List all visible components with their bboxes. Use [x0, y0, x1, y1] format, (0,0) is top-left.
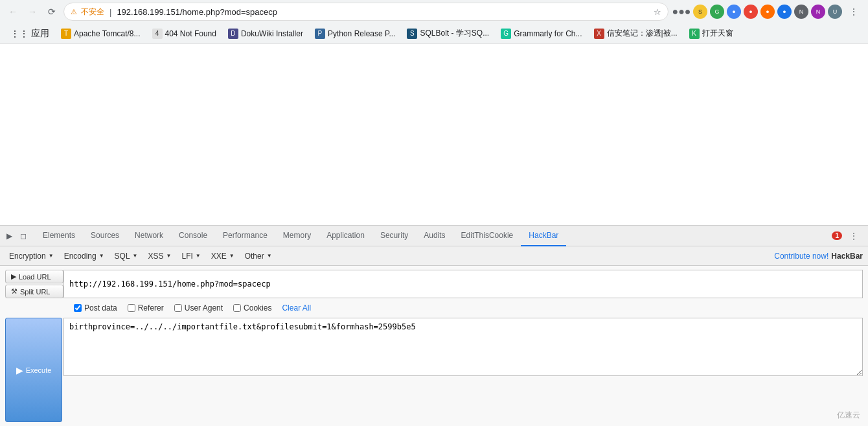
tab-network[interactable]: Network: [127, 226, 171, 246]
extension-icon-2[interactable]: G: [710, 5, 724, 19]
sql-arrow-icon: ▼: [133, 253, 138, 259]
split-url-button[interactable]: ⚒ Split URL: [5, 285, 63, 298]
bookmark-python[interactable]: P Python Release P...: [310, 26, 401, 41]
contribute-link[interactable]: Contribute now!: [774, 252, 828, 261]
bookmark-label-python: Python Release P...: [328, 29, 396, 38]
nav-bar: ← → ⟳ ⚠ 不安全 | 192.168.199.151/home.php?m…: [0, 0, 868, 23]
user-profile-icon[interactable]: U: [828, 5, 842, 19]
tab-audits[interactable]: Audits: [416, 226, 453, 246]
bookmark-xian[interactable]: X 信安笔记：渗透|被...: [589, 25, 683, 41]
bookmark-label-404: 404 Not Found: [165, 29, 216, 38]
cookies-checkbox-label[interactable]: Cookies: [233, 303, 271, 313]
bookmark-404[interactable]: 4 404 Not Found: [147, 26, 222, 41]
tab-performance[interactable]: Performance: [215, 226, 275, 246]
xss-menu[interactable]: XSS ▼: [144, 250, 176, 262]
user-agent-checkbox-label[interactable]: User Agent: [174, 303, 223, 313]
sql-label: SQL: [115, 252, 130, 261]
referer-label: Referer: [138, 303, 164, 313]
favicon-tomcat: T: [61, 29, 71, 39]
extension-icon-6[interactable]: ●: [777, 5, 792, 19]
referer-checkbox[interactable]: [128, 304, 135, 312]
hackbar-action-buttons: ▶ Load URL ⚒ Split URL: [5, 270, 63, 298]
favicon-404: 4: [152, 29, 163, 39]
nav-icons: ●●● S G ● ● ● ● N N U ⋮: [672, 3, 863, 21]
load-url-button[interactable]: ▶ Load URL: [5, 270, 63, 283]
referer-checkbox-label[interactable]: Referer: [128, 303, 164, 313]
refresh-button[interactable]: ⟳: [44, 4, 60, 19]
apps-bookmark[interactable]: ⋮⋮ 应用: [5, 25, 54, 42]
tab-security[interactable]: Security: [372, 226, 416, 246]
extension-icon-5[interactable]: ●: [760, 5, 775, 19]
more-menu-button[interactable]: ⋮: [845, 3, 863, 21]
bookmark-tomcat[interactable]: T Apache Tomcat/8...: [56, 26, 146, 41]
post-data-textarea[interactable]: [63, 318, 863, 376]
encoding-label: Encoding: [64, 252, 97, 261]
post-data-checkbox[interactable]: [74, 304, 82, 312]
devtools-tab-list: Elements Sources Network Console Perform…: [35, 226, 832, 246]
hackbar-options-row: Post data Referer User Agent Cookies Cle…: [5, 302, 863, 314]
devtools-inspect-icon[interactable]: ▶: [3, 230, 16, 243]
lfi-menu[interactable]: LFI ▼: [177, 250, 204, 262]
bookmark-star-icon[interactable]: ☆: [654, 7, 661, 17]
extensions-button[interactable]: ●●●: [672, 3, 691, 21]
xxe-arrow-icon: ▼: [229, 253, 234, 259]
extension-icon-8[interactable]: N: [811, 5, 825, 19]
execute-post-data-row: ▶ Execute: [5, 318, 863, 422]
tab-hackbar[interactable]: HackBar: [521, 226, 566, 246]
encryption-menu[interactable]: Encryption ▼: [5, 250, 58, 262]
user-agent-checkbox[interactable]: [174, 304, 182, 312]
lfi-label: LFI: [181, 252, 192, 261]
extension-icon-7[interactable]: N: [794, 5, 808, 19]
execute-label: Execute: [26, 366, 52, 374]
devtools-panel: ▶ ◻ Elements Sources Network Console Per…: [0, 225, 868, 426]
devtools-left-icons: ▶ ◻: [3, 230, 35, 243]
clear-all-link[interactable]: Clear All: [282, 303, 311, 313]
favicon-python: P: [315, 29, 325, 39]
tab-elements[interactable]: Elements: [35, 226, 83, 246]
hackbar-content: ▶ Load URL ⚒ Split URL Post data Referer: [0, 266, 868, 426]
bookmark-doku[interactable]: D DokuWiki Installer: [223, 26, 308, 41]
address-bar[interactable]: ⚠ 不安全 | 192.168.199.151/home.php?mod=spa…: [63, 3, 668, 21]
bookmark-sqlbolt[interactable]: S SQLBolt - 学习SQ...: [402, 25, 494, 41]
url-text[interactable]: 192.168.199.151/home.php?mod=spacecp: [117, 7, 650, 17]
lfi-arrow-icon: ▼: [196, 253, 201, 259]
load-url-label: Load URL: [19, 273, 51, 281]
favicon-sqlbolt: S: [407, 29, 417, 39]
devtools-tab-bar: ▶ ◻ Elements Sources Network Console Per…: [0, 226, 868, 246]
watermark-text: 亿速云: [837, 410, 860, 420]
hackbar-toolbar: Encryption ▼ Encoding ▼ SQL ▼ XSS ▼ LFI …: [0, 246, 868, 266]
bookmark-grammarly[interactable]: G Grammarly for Ch...: [496, 26, 587, 41]
extension-icon-4[interactable]: ●: [744, 5, 758, 19]
browser-chrome: ← → ⟳ ⚠ 不安全 | 192.168.199.151/home.php?m…: [0, 0, 868, 44]
other-arrow-icon: ▼: [267, 253, 272, 259]
extension-icon-3[interactable]: ●: [727, 5, 741, 19]
tab-console[interactable]: Console: [171, 226, 215, 246]
back-button[interactable]: ←: [5, 4, 21, 19]
security-label: 不安全: [81, 6, 104, 18]
bookmark-kai[interactable]: K 打开天窗: [684, 25, 738, 41]
hackbar-url-row: ▶ Load URL ⚒ Split URL: [5, 270, 863, 298]
hackbar-url-input[interactable]: [63, 270, 863, 298]
tab-sources[interactable]: Sources: [83, 226, 127, 246]
load-url-icon: ▶: [11, 272, 16, 281]
favicon-grammarly: G: [501, 29, 511, 39]
split-url-label: Split URL: [20, 288, 50, 296]
sql-menu[interactable]: SQL ▼: [111, 250, 142, 262]
bookmark-label-sqlbolt: SQLBolt - 学习SQ...: [420, 28, 489, 39]
post-data-checkbox-label[interactable]: Post data: [74, 303, 117, 313]
bookmark-label-xian: 信安笔记：渗透|被...: [607, 28, 678, 39]
tab-application[interactable]: Application: [319, 226, 372, 246]
execute-button[interactable]: ▶ Execute: [5, 318, 62, 422]
devtools-more-icon[interactable]: ⋮: [847, 230, 860, 243]
security-warning-icon: ⚠: [71, 8, 77, 16]
forward-button[interactable]: →: [25, 4, 40, 19]
extension-icon-1[interactable]: S: [693, 5, 707, 19]
other-menu[interactable]: Other ▼: [241, 250, 276, 262]
devtools-device-icon[interactable]: ◻: [17, 230, 30, 243]
tab-memory[interactable]: Memory: [275, 226, 319, 246]
tab-editthiscookie[interactable]: EditThisCookie: [453, 226, 521, 246]
encoding-menu[interactable]: Encoding ▼: [60, 250, 108, 262]
cookies-checkbox[interactable]: [233, 304, 241, 312]
cookies-label: Cookies: [244, 303, 271, 313]
xxe-menu[interactable]: XXE ▼: [207, 250, 238, 262]
